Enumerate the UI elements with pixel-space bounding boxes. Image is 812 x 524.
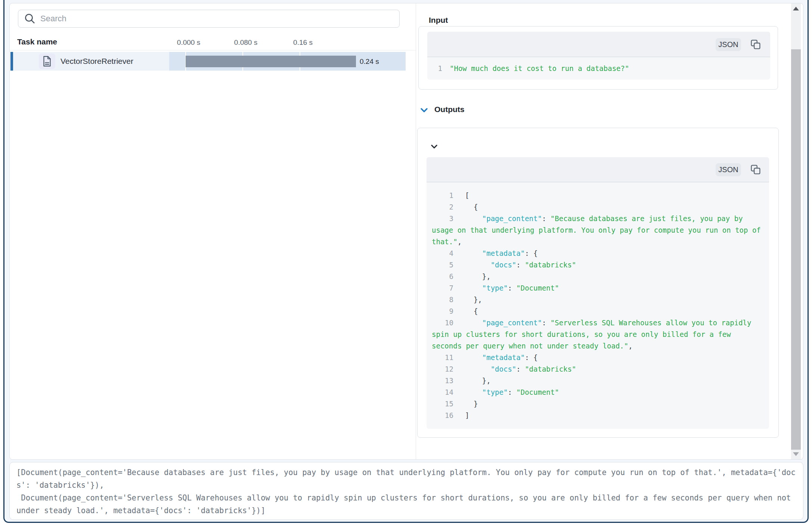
scrollbar-thumb[interactable] [791,49,801,450]
code-line: 9 { [432,306,761,317]
code-line: 1[ [432,190,761,201]
code-line: 6 }, [432,271,761,282]
line-number: 3 [432,213,453,224]
line-number: 1 [436,63,442,74]
line-number: 4 [432,248,453,259]
outputs-code: 1[2 {3 "page_content": "Because database… [427,182,769,421]
task-row[interactable]: 0.24 s VectorStoreRetriever [10,52,406,71]
line-number: 9 [432,306,453,317]
raw-output-panel: [Document(page_content='Because database… [9,462,803,520]
code-line: 8 }, [432,294,761,306]
task-name-label: VectorStoreRetriever [61,57,133,66]
input-card: JSON 1"How much does it cost to run a da… [418,26,778,90]
code-line: 4 "metadata": { [432,248,761,259]
line-number: 5 [432,259,453,271]
output-item-chevron-icon[interactable] [431,143,439,150]
code-line: 13 }, [432,375,761,387]
code-line: 12 "docs": "databricks" [432,363,761,375]
copy-button[interactable] [751,164,762,175]
arrow-down-icon [793,452,799,456]
line-number: 2 [432,201,453,213]
arrow-up-icon [793,7,799,10]
line-number: 1 [432,190,453,201]
search-icon [24,13,35,24]
document-icon [39,53,55,69]
time-tick: 0.000 s [177,38,200,47]
scrollbar-down-button[interactable] [791,450,801,459]
line-number: 6 [432,271,453,282]
outputs-json-viewer: JSON 1[2 {3 "page_content": "Because dat… [427,157,769,429]
json-format-badge[interactable]: JSON [716,163,741,176]
code-line: 7 "type": "Document" [432,282,761,294]
line-number: 16 [432,410,453,421]
code-line: 15 } [432,398,761,410]
json-format-badge[interactable]: JSON [716,38,741,51]
panel-divider [416,3,416,459]
line-number: 10 [432,317,453,329]
code-line: 5 "docs": "databricks" [432,259,761,271]
code-line: 16] [432,410,761,421]
selected-row-accent [10,52,13,71]
line-number: 7 [432,282,453,294]
vertical-scrollbar[interactable] [791,3,801,459]
line-number: 8 [432,294,453,306]
line-number: 14 [432,387,453,398]
input-code: 1"How much does it cost to run a databas… [427,57,770,74]
time-tick: 0.080 s [234,38,257,47]
task-name-header: Task name [17,37,57,46]
line-number: 11 [432,352,453,363]
duration-bar[interactable] [186,56,356,67]
header-underline [10,50,416,50]
code-line: 1"How much does it cost to run a databas… [436,63,761,74]
outputs-section-title: Outputs [434,105,464,114]
input-section-title: Input [429,16,448,25]
code-line: 3 "page_content": "Because databases are… [432,213,761,248]
search-box[interactable] [18,10,400,28]
raw-output-text: [Document(page_content='Because database… [16,466,796,492]
code-line: 2 { [432,201,761,213]
scrollbar-up-button[interactable] [791,4,801,13]
duration-label: 0.24 s [360,56,379,67]
code-line: 10 "page_content": "Serverless SQL Wareh… [432,317,761,352]
input-json-viewer: JSON 1"How much does it cost to run a da… [427,32,770,80]
line-number: 15 [432,398,453,410]
outputs-collapse-chevron-icon[interactable] [421,107,429,114]
search-input[interactable] [40,14,399,24]
code-line: 14 "type": "Document" [432,387,761,398]
line-number: 12 [432,363,453,375]
code-line: 11 "metadata": { [432,352,761,363]
outputs-card: JSON 1[2 {3 "page_content": "Because dat… [417,128,779,438]
copy-button[interactable] [751,39,762,50]
line-number: 13 [432,375,453,387]
raw-output-text: Document(page_content='Serverless SQL Wa… [16,492,796,517]
time-tick: 0.16 s [293,38,313,47]
